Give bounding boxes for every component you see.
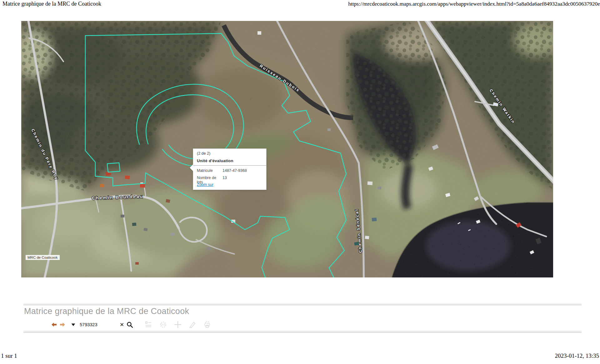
basemap-globe-icon[interactable]	[159, 321, 167, 328]
previous-result-button[interactable]	[52, 322, 57, 327]
field-value: 13	[222, 176, 262, 184]
print-page: { "print": { "header_left": "Matrice gra…	[0, 0, 600, 364]
popup-divider	[193, 165, 266, 166]
search-input[interactable]	[80, 322, 120, 327]
print-icon[interactable]	[203, 321, 211, 328]
popup-pager: (2 de 2)	[197, 151, 262, 156]
popup-field-row: Matricule 1487-47-9368	[197, 168, 262, 173]
back-arrow-icon	[52, 322, 57, 327]
legend-icon[interactable]	[145, 321, 152, 328]
print-timestamp: 2023-01-12, 13:35	[555, 352, 599, 359]
popup-title: Unité d'évaluation	[197, 158, 262, 163]
search-box: ✕	[80, 322, 133, 328]
chevron-down-icon	[71, 323, 75, 326]
field-label: Matricule	[197, 168, 222, 173]
print-page-count: 1 sur 1	[1, 352, 17, 359]
map-attribution: MRC de Coaticook	[26, 255, 60, 260]
search-dropdown-button[interactable]	[71, 323, 75, 326]
print-header-title: Matrice graphique de la MRC de Coaticook	[2, 1, 101, 7]
clear-search-icon[interactable]: ✕	[120, 322, 124, 327]
print-header-url: https://mrcdecoaticook.maps.arcgis.com/a…	[348, 1, 600, 7]
panel-top-rule	[23, 303, 582, 305]
search-toolbar: ✕	[52, 319, 211, 330]
measure-pencil-icon[interactable]	[189, 321, 196, 328]
add-plus-icon[interactable]	[174, 321, 182, 328]
zoom-to-link[interactable]: Zoom sur	[197, 182, 213, 187]
next-result-button[interactable]	[60, 322, 65, 327]
popup-tail	[190, 164, 193, 171]
panel-bottom-rule	[23, 330, 582, 333]
map-canvas[interactable]: Chemin du Père Roy Chemin Bourdeau Ruiss…	[21, 21, 553, 277]
app-title: Matrice graphique de la MRC de Coaticook	[24, 307, 189, 316]
forward-arrow-icon	[60, 322, 65, 327]
search-icon[interactable]	[127, 322, 133, 328]
aerial-imagery: Chemin du Père Roy Chemin Bourdeau Ruiss…	[21, 21, 553, 277]
field-value: 1487-47-9368	[222, 168, 262, 173]
disabled-tool-icons	[145, 321, 211, 328]
map-popup: (2 de 2) Unité d'évaluation Matricule 14…	[193, 148, 267, 190]
